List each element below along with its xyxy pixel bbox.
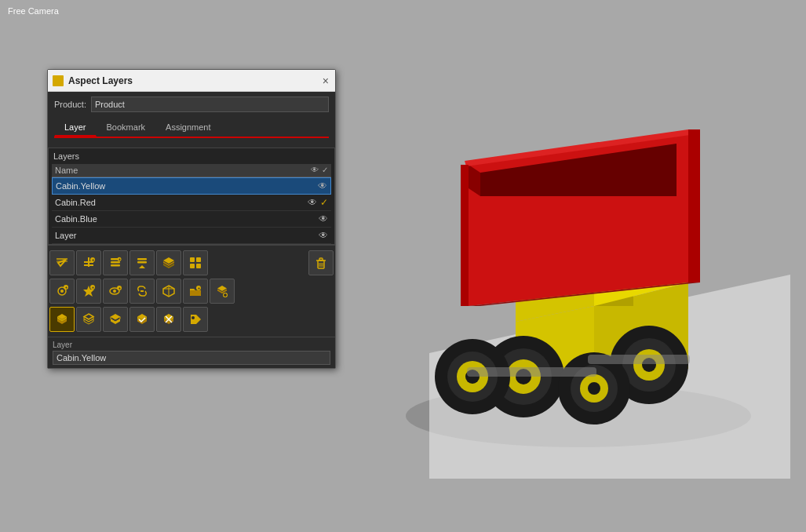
svg-point-103 <box>191 316 195 319</box>
svg-rect-36 <box>57 261 67 262</box>
layer-row-icons: 👁 <box>318 180 327 191</box>
tab-assignment[interactable]: Assignment <box>155 118 221 137</box>
merge-layers-button[interactable]: + <box>103 250 128 275</box>
svg-rect-44 <box>111 264 120 267</box>
svg-point-71 <box>113 290 116 293</box>
svg-marker-49 <box>139 265 145 268</box>
svg-text:+: + <box>92 257 95 262</box>
panel-titlebar: Aspect Layers × <box>48 70 335 92</box>
svg-text:+: + <box>198 286 200 290</box>
layer-row-icons: 👁 <box>319 213 328 224</box>
add-layer-button[interactable]: + <box>76 250 101 275</box>
aspect-layers-panel: Aspect Layers × Product: Layer Bookmark … <box>47 69 336 369</box>
tabs-container: Layer Bookmark Assignment <box>54 118 329 138</box>
stack-plus-button[interactable] <box>210 279 235 304</box>
layers-section-title: Layers <box>52 151 331 161</box>
svg-rect-32 <box>467 367 596 377</box>
svg-rect-33 <box>588 355 690 364</box>
folder-button[interactable]: + <box>183 279 208 304</box>
eye-icon[interactable]: 👁 <box>319 213 328 224</box>
svg-text:+: + <box>92 285 94 290</box>
deselect-button[interactable] <box>76 307 101 332</box>
svg-rect-53 <box>190 257 195 262</box>
svg-marker-89 <box>84 314 93 319</box>
link-button[interactable] <box>129 279 155 304</box>
panel-title-left: Aspect Layers <box>53 75 133 86</box>
svg-rect-78 <box>190 290 201 296</box>
layer-name: Cabin.Yellow <box>56 181 318 191</box>
toolbar-row-3 <box>49 305 334 333</box>
panel-close-button[interactable]: × <box>321 75 330 86</box>
toolbar-row-1: + + <box>49 249 334 277</box>
layers-column-header: Name 👁 ✓ <box>52 164 331 177</box>
toolbar-area: + + <box>48 245 335 337</box>
svg-marker-92 <box>111 314 120 319</box>
tab-bookmark[interactable]: Bookmark <box>97 118 156 137</box>
move-down-button[interactable] <box>129 250 155 275</box>
svg-marker-14 <box>688 129 700 282</box>
layer-row[interactable]: Cabin.Blue 👁 <box>52 211 331 228</box>
product-input[interactable] <box>91 97 329 112</box>
eye-icon[interactable]: 👁 <box>318 180 327 191</box>
layer-info-value: Cabin.Yellow <box>53 351 330 365</box>
panel-body: Product: Layer Bookmark Assignment <box>48 92 335 143</box>
svg-marker-13 <box>461 165 469 306</box>
svg-rect-54 <box>196 257 201 262</box>
svg-marker-90 <box>84 317 93 322</box>
svg-point-64 <box>60 290 64 293</box>
layer-row[interactable]: Cabin.Red 👁 ✓ <box>52 195 331 211</box>
eye-add-button[interactable]: + <box>103 279 128 304</box>
svg-text:+: + <box>119 257 121 261</box>
svg-text:+: + <box>119 286 121 290</box>
svg-rect-48 <box>137 261 147 264</box>
invert-button[interactable] <box>103 307 128 332</box>
layer-row[interactable]: Cabin.Yellow 👁 <box>52 177 331 195</box>
svg-text:+: + <box>65 285 67 290</box>
stack-button[interactable] <box>156 250 181 275</box>
check-all-button[interactable] <box>129 307 155 332</box>
layer-row[interactable]: Layer 👁 <box>52 228 331 244</box>
uncheck-button[interactable] <box>156 307 181 332</box>
eye-icon[interactable]: 👁 <box>319 230 328 241</box>
svg-rect-47 <box>137 258 147 261</box>
svg-rect-43 <box>111 261 120 264</box>
header-icon-2: ✓ <box>322 166 328 175</box>
check-icon: ✓ <box>320 197 328 208</box>
svg-rect-59 <box>319 258 323 261</box>
svg-point-31 <box>588 382 600 395</box>
panel-icon <box>53 75 64 86</box>
svg-rect-56 <box>196 264 201 268</box>
layer-name: Cabin.Red <box>55 198 308 207</box>
column-name-header: Name <box>55 166 311 175</box>
svg-rect-55 <box>190 264 195 268</box>
select-all-button[interactable] <box>49 307 75 332</box>
layer-name: Layer <box>55 231 319 240</box>
svg-rect-39 <box>88 257 89 267</box>
tag-button[interactable] <box>183 307 208 332</box>
truck-viewport <box>351 39 790 479</box>
layer-list: Cabin.Yellow 👁 Cabin.Red 👁 ✓ Cabin.Blue … <box>52 177 331 244</box>
delete-layer-button[interactable] <box>308 250 334 275</box>
layers-grid-button[interactable] <box>183 250 208 275</box>
layers-section: Layers Name 👁 ✓ Cabin.Yellow 👁 Cabin.Red <box>48 148 335 245</box>
toolbar-row-2: + + + <box>49 277 334 305</box>
product-label: Product: <box>54 100 86 109</box>
layer-info-label: Layer <box>53 341 330 349</box>
tab-layer[interactable]: Layer <box>54 118 97 137</box>
cam-add-button[interactable]: + <box>49 279 75 304</box>
layer-info: Layer Cabin.Yellow <box>48 337 335 368</box>
column-icons-header: 👁 ✓ <box>311 166 328 175</box>
panel-title: Aspect Layers <box>68 75 133 86</box>
assign-button[interactable] <box>49 250 75 275</box>
layer-name: Cabin.Blue <box>55 214 319 224</box>
eye-icon[interactable]: 👁 <box>308 197 317 208</box>
light-add-button[interactable]: + <box>76 279 101 304</box>
viewport-label: Free Camera <box>8 6 59 16</box>
layer-row-icons: 👁 <box>319 230 328 241</box>
box-button[interactable] <box>156 279 181 304</box>
layer-row-icons: 👁 ✓ <box>308 197 328 208</box>
header-icon-1: 👁 <box>311 166 319 175</box>
product-row: Product: <box>54 97 329 112</box>
